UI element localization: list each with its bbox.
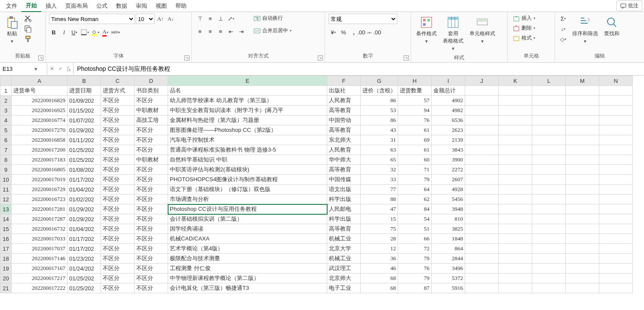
align-top-button[interactable]: ⊤ <box>195 14 205 23</box>
cell[interactable] <box>532 234 566 244</box>
increase-font-button[interactable]: A↑ <box>156 14 165 24</box>
cell[interactable]: 01/07/202 <box>67 115 101 125</box>
cell[interactable] <box>532 106 566 115</box>
cell[interactable]: 书目类别 <box>135 86 168 96</box>
cell[interactable]: 不区分 <box>101 185 135 195</box>
cell[interactable]: 不区分 <box>135 264 168 274</box>
insert-cells-button[interactable]: 插入▾ <box>511 14 537 23</box>
cell[interactable] <box>599 244 633 254</box>
row-header-7[interactable]: 7 <box>0 145 12 155</box>
row-header-17[interactable]: 17 <box>0 244 12 254</box>
cell[interactable]: 864 <box>432 244 465 254</box>
col-header-N[interactable]: N <box>599 76 633 86</box>
row-header-16[interactable]: 16 <box>0 234 12 244</box>
cell[interactable]: 国学经典诵读 <box>168 224 327 234</box>
cell[interactable]: 2844 <box>432 254 465 264</box>
cell[interactable]: 不区分 <box>101 165 135 175</box>
copy-button[interactable] <box>23 24 33 33</box>
cell[interactable]: 普通高中课程标准实验教科书 物理 选修3-5 <box>168 145 327 155</box>
cell[interactable]: 3496 <box>432 264 465 274</box>
cell[interactable] <box>465 185 499 195</box>
cell[interactable]: 72 <box>398 244 432 254</box>
cell[interactable] <box>566 274 599 283</box>
cell[interactable]: 202200017200 <box>12 145 67 155</box>
cell[interactable]: 不区分 <box>135 234 168 244</box>
cell[interactable] <box>599 145 633 155</box>
cell[interactable]: 15 <box>361 214 398 224</box>
cell[interactable]: 5916 <box>432 283 465 293</box>
cell[interactable] <box>499 254 532 264</box>
fill-button[interactable]: ↓▾ <box>558 24 568 33</box>
cell[interactable]: 202200017287 <box>12 214 67 224</box>
menu-file[interactable]: 文件 <box>2 0 21 12</box>
cell[interactable]: 33 <box>361 175 398 185</box>
cell[interactable] <box>532 115 566 125</box>
cell[interactable] <box>566 175 599 185</box>
menu-review[interactable]: 审阅 <box>132 0 151 12</box>
cell[interactable]: 4982 <box>432 106 465 115</box>
cell[interactable] <box>499 185 532 195</box>
cell[interactable] <box>599 135 633 145</box>
cell[interactable] <box>566 264 599 274</box>
cell[interactable]: 87 <box>398 283 432 293</box>
cell[interactable]: 不区分 <box>135 283 168 293</box>
cell[interactable] <box>599 195 633 204</box>
cell[interactable] <box>499 244 532 254</box>
cell[interactable] <box>499 214 532 224</box>
row-header-20[interactable]: 20 <box>0 274 12 283</box>
cell[interactable]: 810 <box>432 214 465 224</box>
number-format-combo[interactable]: 常规 <box>328 14 397 24</box>
cell[interactable] <box>499 155 532 165</box>
cell[interactable]: 不区分 <box>101 96 135 106</box>
cell[interactable]: 3900 <box>432 155 465 165</box>
delete-cells-button[interactable]: 删除▾ <box>511 24 537 33</box>
cell[interactable]: 1848 <box>432 234 465 244</box>
cell[interactable]: 4902 <box>432 96 465 106</box>
clear-button[interactable]: ◇▾ <box>558 34 568 44</box>
menu-view[interactable]: 视图 <box>151 0 171 12</box>
cell[interactable] <box>599 185 633 195</box>
cell[interactable]: 不区分 <box>101 195 135 204</box>
cell[interactable]: 高等教育 <box>327 224 361 234</box>
cell[interactable] <box>566 244 599 254</box>
cell[interactable] <box>465 125 499 135</box>
name-box[interactable]: ▾ <box>0 63 47 75</box>
cell[interactable]: 不区分 <box>101 135 135 145</box>
cut-button[interactable] <box>23 14 33 23</box>
cell[interactable]: 12 <box>361 244 398 254</box>
cell[interactable]: 人民教育 <box>327 96 361 106</box>
cell[interactable]: 01/04/202 <box>67 185 101 195</box>
cell[interactable] <box>499 115 532 125</box>
cell[interactable] <box>499 234 532 244</box>
cell[interactable]: 2139 <box>432 135 465 145</box>
cell[interactable] <box>566 155 599 165</box>
cell[interactable] <box>532 264 566 274</box>
cell[interactable]: 图形图像处理——Photoshop CC（第2版） <box>168 125 327 135</box>
cell[interactable]: 北京师大 <box>327 274 361 283</box>
cell[interactable] <box>566 135 599 145</box>
cell[interactable]: 北京大学 <box>327 244 361 254</box>
cell[interactable] <box>465 214 499 224</box>
row-header-11[interactable]: 11 <box>0 185 12 195</box>
cell[interactable] <box>499 125 532 135</box>
cell[interactable]: 01/25/202 <box>67 274 101 283</box>
decrease-font-button[interactable]: A↓ <box>166 14 175 24</box>
cell[interactable] <box>566 254 599 264</box>
cell[interactable] <box>532 86 566 96</box>
cell[interactable]: 人民教育 <box>327 145 361 155</box>
row-header-2[interactable]: 2 <box>0 96 12 106</box>
col-header-D[interactable]: D <box>135 76 168 86</box>
cell[interactable]: 金额总计 <box>432 86 465 96</box>
cell[interactable]: 幼儿师范学校课本 幼儿教育学（第三版） <box>168 96 327 106</box>
cell[interactable] <box>465 274 499 283</box>
font-launcher[interactable]: ↘ <box>184 55 190 61</box>
cell[interactable]: 202200016858 <box>12 135 67 145</box>
cell[interactable]: 01/09/202 <box>67 96 101 106</box>
row-header-18[interactable]: 18 <box>0 254 12 264</box>
col-header-E[interactable]: E <box>168 76 327 86</box>
cell[interactable] <box>599 125 633 135</box>
cell[interactable]: 不区分 <box>135 125 168 135</box>
cell[interactable] <box>499 204 532 214</box>
number-launcher[interactable]: ↘ <box>404 55 409 61</box>
cell[interactable]: 进货数量 <box>398 86 432 96</box>
